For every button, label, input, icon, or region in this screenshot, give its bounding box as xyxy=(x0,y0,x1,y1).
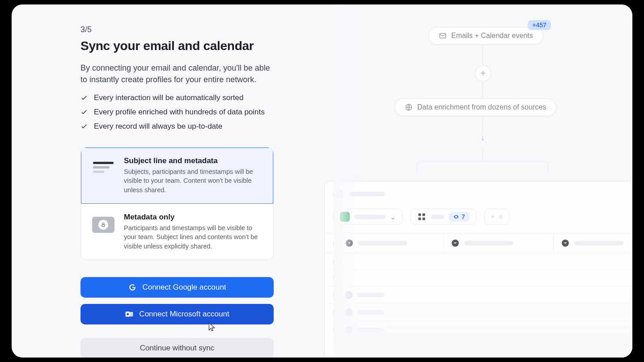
option-subject-and-metadata[interactable]: Subject line and metadata Subjects, part… xyxy=(81,147,273,204)
svg-rect-2 xyxy=(130,312,133,316)
table-row xyxy=(325,253,632,270)
count-badge: +457 xyxy=(528,20,551,30)
sheet-icon xyxy=(340,212,350,222)
cursor-icon xyxy=(208,322,216,334)
enrichment-node: Data enrichment from dozens of sources xyxy=(394,98,556,116)
table-row xyxy=(325,286,632,304)
sort-icon xyxy=(491,213,494,221)
option-title: Metadata only xyxy=(124,213,263,222)
filter-control[interactable]: 7 xyxy=(411,209,476,225)
node-label: Emails + Calendar events xyxy=(451,32,533,40)
onboarding-window: 3/5 Sync your email and calendar By conn… xyxy=(12,4,632,358)
caret-down-icon xyxy=(346,240,353,247)
arrow-down-icon: ↓ xyxy=(481,133,485,143)
benefit-text: Every interaction will be automatically … xyxy=(94,93,243,102)
plus-node: + xyxy=(475,65,491,81)
envelope-icon xyxy=(439,32,447,40)
flow-diagram: Emails + Calendar events +457 + Data enr… xyxy=(334,22,632,170)
benefit-item: Every interaction will be automatically … xyxy=(80,93,334,102)
caret-down-icon xyxy=(452,240,459,247)
svg-rect-8 xyxy=(423,218,425,220)
text-lines-icon xyxy=(91,159,116,178)
button-label: Continue without sync xyxy=(140,344,214,353)
google-icon xyxy=(128,283,137,292)
step-indicator: 3/5 xyxy=(80,25,334,34)
benefit-item: Every record will always be up-to-date xyxy=(80,122,334,131)
option-title: Subject line and metadata xyxy=(124,156,263,165)
left-panel: 3/5 Sync your email and calendar By conn… xyxy=(12,4,334,358)
table-header xyxy=(325,233,632,253)
benefit-text: Every profile enriched with hundreds of … xyxy=(94,108,265,117)
grid-icon xyxy=(417,212,426,221)
table-row xyxy=(325,304,632,321)
benefit-item: Every profile enriched with hundreds of … xyxy=(80,108,334,117)
benefits-list: Every interaction will be automatically … xyxy=(80,93,334,131)
option-metadata-only[interactable]: Metadata only Participants and timestamp… xyxy=(81,204,273,260)
table-skeleton: ⌄ 7 xyxy=(325,181,632,358)
page-subtitle: By connecting your email and calendar, y… xyxy=(80,62,277,85)
caret-down-icon xyxy=(562,240,569,247)
outlook-icon xyxy=(125,310,134,319)
chip-count: 7 xyxy=(462,213,465,220)
node-label: Data enrichment from dozens of sources xyxy=(417,103,546,111)
preview-panel: Emails + Calendar events +457 + Data enr… xyxy=(334,4,632,358)
svg-rect-0 xyxy=(102,225,105,227)
benefit-text: Every record will always be up-to-date xyxy=(94,122,222,131)
action-buttons: Connect Google account Connect Microsoft… xyxy=(80,277,274,358)
option-description: Subjects, participants and timestamps wi… xyxy=(124,167,263,194)
button-label: Connect Google account xyxy=(142,283,226,292)
chevron-down-icon: ⌄ xyxy=(390,213,396,221)
table-row xyxy=(325,270,632,286)
button-label: Connect Microsoft account xyxy=(139,310,229,319)
visibility-chip: 7 xyxy=(449,212,470,222)
svg-rect-6 xyxy=(423,214,425,216)
sync-options: Subject line and metadata Subjects, part… xyxy=(80,147,274,260)
lock-icon xyxy=(91,215,116,234)
connect-microsoft-button[interactable]: Connect Microsoft account xyxy=(80,304,274,324)
connect-google-button[interactable]: Connect Google account xyxy=(80,277,274,298)
svg-rect-7 xyxy=(419,218,421,220)
page-title: Sync your email and calendar xyxy=(80,39,334,53)
toolbar: ⌄ 7 xyxy=(325,202,632,233)
svg-rect-5 xyxy=(419,214,421,216)
continue-without-sync-button[interactable]: Continue without sync xyxy=(80,338,274,358)
option-description: Participants and timestamps will be visi… xyxy=(124,223,263,251)
sort-control[interactable] xyxy=(484,209,509,225)
check-icon xyxy=(80,109,88,116)
emails-node: Emails + Calendar events +457 xyxy=(428,27,543,45)
globe-icon xyxy=(405,103,413,111)
table-row xyxy=(325,321,632,339)
view-selector[interactable]: ⌄ xyxy=(333,209,402,225)
check-icon xyxy=(80,123,88,130)
check-icon xyxy=(80,94,88,101)
